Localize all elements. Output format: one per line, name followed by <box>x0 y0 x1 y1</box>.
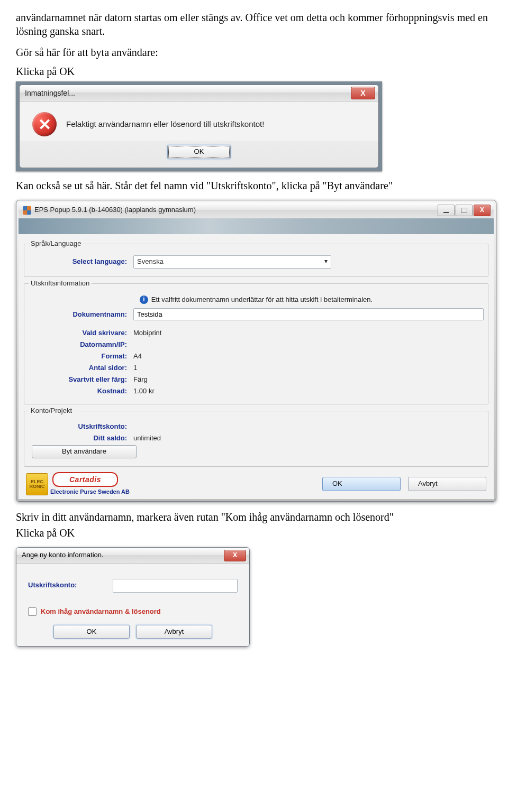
new-account-input[interactable] <box>113 579 238 593</box>
language-select-value: Svenska <box>137 257 164 266</box>
remember-checkbox[interactable] <box>28 607 37 616</box>
group-language-legend: Språk/Language <box>29 239 83 248</box>
error-dialog: Inmatningsfel... X ✕ Felaktigt användarn… <box>19 85 379 168</box>
error-dialog-title: Inmatningsfel... <box>25 88 351 98</box>
group-language: Språk/Language Select language: Svenska <box>24 239 488 277</box>
error-dialog-titlebar: Inmatningsfel... X <box>20 85 378 102</box>
printinfo-note: Ett valfritt dokumentnamn underlättar fö… <box>151 296 373 304</box>
docname-label: Dokumentnamn: <box>29 310 133 319</box>
host-label: Datornamn/IP: <box>29 340 133 349</box>
balance-label: Ditt saldo: <box>29 434 133 443</box>
close-icon[interactable]: X <box>351 87 375 99</box>
eps-popup-dialog: EPS Popup 5.9.1 (b-140630) (lapplands gy… <box>16 200 496 502</box>
out-paragraph-2: Klicka på OK <box>16 526 492 540</box>
blurred-background-strip <box>19 218 494 234</box>
info-icon: i <box>140 296 148 304</box>
group-account-legend: Konto/Projekt <box>29 407 74 416</box>
remember-label: Kom ihåg användarnamn & lösenord <box>41 607 161 616</box>
switch-user-button[interactable]: Byt användare <box>32 445 137 458</box>
java-icon <box>23 206 31 215</box>
error-dialog-wrapper: Inmatningsfel... X ✕ Felaktigt användarn… <box>16 81 382 171</box>
format-value: A4 <box>133 352 484 361</box>
printer-value: Mobiprint <box>133 329 484 338</box>
new-account-title: Ange ny konto information. <box>22 551 224 560</box>
group-printinfo-legend: Utskriftsinformation <box>29 279 92 288</box>
ok-button[interactable]: OK <box>167 145 231 159</box>
error-message: Felaktigt användarnamn eller lösenord ti… <box>66 119 366 130</box>
new-account-label: Utskriftskonto: <box>28 581 113 590</box>
printer-label: Vald skrivare: <box>29 329 133 338</box>
cancel-button[interactable]: Avbryt <box>136 625 212 639</box>
language-select[interactable]: Svenska <box>133 255 331 269</box>
color-label: Svartvit eller färg: <box>29 375 133 384</box>
group-account: Konto/Projekt Utskriftskonto: Ditt saldo… <box>24 407 488 467</box>
color-value: Färg <box>133 375 484 384</box>
electronicpurse-logo-icon: ELECRONIC <box>26 473 48 495</box>
cost-value: 1.00 kr <box>133 387 484 396</box>
instruction-1: Gör så här för att byta användare: <box>16 45 492 59</box>
error-icon: ✕ <box>32 112 57 136</box>
close-icon[interactable]: X <box>224 550 246 561</box>
eps-titlebar: EPS Popup 5.9.1 (b-140630) (lapplands gy… <box>19 202 494 218</box>
maximize-icon[interactable] <box>456 205 473 216</box>
format-label: Format: <box>29 352 133 361</box>
intro-paragraph: användarnamnet när datorn startas om ell… <box>16 11 492 38</box>
docname-input[interactable] <box>133 308 484 320</box>
cartadis-logo-icon: Cartadis <box>52 472 118 487</box>
cost-label: Kostnad: <box>29 387 133 396</box>
eps-title-text: EPS Popup 5.9.1 (b-140630) (lapplands gy… <box>34 206 438 215</box>
mid-paragraph: Kan också se ut så här. Står det fel nam… <box>16 179 492 192</box>
pages-value: 1 <box>133 364 484 373</box>
account-label: Utskriftskonto: <box>29 422 133 431</box>
ok-button[interactable]: OK <box>53 625 130 639</box>
minimize-icon[interactable] <box>438 205 455 216</box>
error-dialog-body: ✕ Felaktigt användarnamn eller lösenord … <box>20 102 378 141</box>
out-paragraph-1: Skriv in ditt användarnamn, markera även… <box>16 510 492 524</box>
ok-button[interactable]: OK <box>322 477 401 491</box>
new-account-titlebar: Ange ny konto information. X <box>16 548 249 564</box>
close-icon[interactable]: X <box>474 205 491 216</box>
group-printinfo: Utskriftsinformation i Ett valfritt doku… <box>24 279 488 404</box>
instruction-2: Klicka på OK <box>16 64 492 78</box>
eps-footer: ELECRONIC Cartadis Electronic Purse Swed… <box>24 469 488 496</box>
cancel-button[interactable]: Avbryt <box>408 477 486 491</box>
new-account-dialog: Ange ny konto information. X Utskriftsko… <box>16 547 250 647</box>
pages-label: Antal sidor: <box>29 364 133 373</box>
balance-value: unlimited <box>133 434 484 443</box>
brand-text: Electronic Purse Sweden AB <box>50 488 130 495</box>
select-language-label: Select language: <box>29 257 133 266</box>
